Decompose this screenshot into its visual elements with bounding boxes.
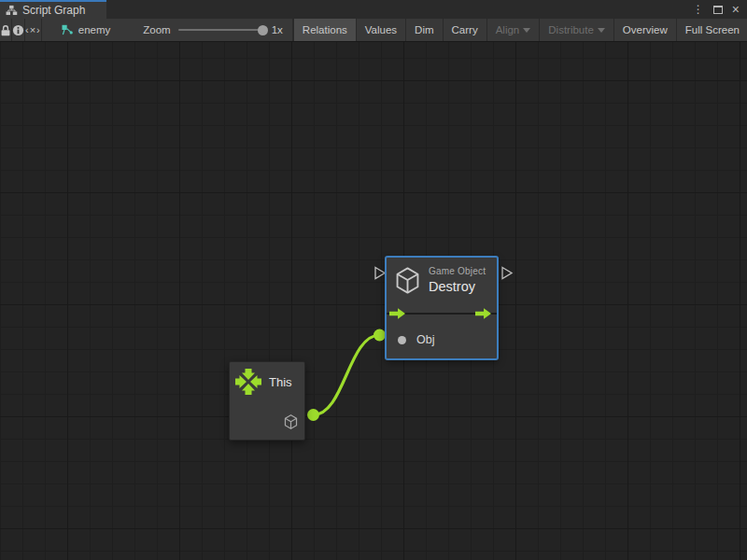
connection-end-port[interactable] <box>374 329 386 342</box>
this-output-port[interactable] <box>307 409 319 421</box>
toolbar-buttons: Relations Values Dim Carry Align Distrib… <box>293 19 747 41</box>
zoom-slider-handle[interactable] <box>258 25 268 35</box>
info-button[interactable] <box>12 19 25 41</box>
distribute-dropdown-button[interactable]: Distribute <box>539 19 613 41</box>
zoom-label: Zoom <box>143 24 170 35</box>
graph-canvas[interactable]: Game Object Destroy Obj <box>0 42 747 560</box>
full-screen-button[interactable]: Full Screen <box>676 19 747 41</box>
relations-button[interactable]: Relations <box>293 19 356 41</box>
node-title: Destroy <box>429 279 486 294</box>
flow-input-triangle-icon[interactable] <box>375 268 385 279</box>
obj-input-row: Obj <box>387 325 497 346</box>
connection-wire[interactable] <box>314 335 380 415</box>
align-dropdown-button[interactable]: Align <box>486 19 540 41</box>
obj-port-label: Obj <box>416 333 434 346</box>
window-controls: ⋮ × <box>693 0 747 19</box>
flow-ports-row <box>387 302 497 325</box>
chevron-down-icon <box>598 28 605 33</box>
tab-title: Script Graph <box>22 4 85 17</box>
script-graph-asset-icon <box>61 24 73 35</box>
info-icon <box>12 24 24 36</box>
node-destroy[interactable]: Game Object Destroy Obj <box>386 257 498 359</box>
destroy-node-header: Game Object Destroy <box>387 258 497 302</box>
game-object-output-cube-icon[interactable] <box>284 414 298 429</box>
values-button[interactable]: Values <box>356 19 405 41</box>
kebab-menu-icon[interactable]: ⋮ <box>693 4 704 15</box>
carry-button[interactable]: Carry <box>443 19 486 41</box>
flow-output-triangle-icon[interactable] <box>502 268 512 279</box>
maximize-icon[interactable] <box>713 6 723 14</box>
lock-icon <box>0 24 11 36</box>
tab-script-graph[interactable]: Script Graph <box>0 0 106 19</box>
lock-button[interactable] <box>0 19 12 41</box>
dim-button[interactable]: Dim <box>405 19 442 41</box>
chevron-down-icon <box>523 28 530 33</box>
this-converge-arrows-icon <box>235 369 261 395</box>
variables-toggle-button[interactable]: ‹×› <box>25 19 42 41</box>
this-node-header: This <box>230 362 304 395</box>
graph-hierarchy-icon <box>6 5 18 16</box>
node-this[interactable]: This <box>229 361 305 441</box>
graph-toolbar: ‹×› enemy Zoom 1x Relations Values Dim C… <box>0 19 747 42</box>
zoom-control: Zoom 1x <box>143 19 293 41</box>
destroy-node-titles: Game Object Destroy <box>429 266 486 294</box>
overview-button[interactable]: Overview <box>613 19 676 41</box>
zoom-value: 1x <box>272 24 283 35</box>
flow-input-arrow-icon[interactable] <box>389 308 405 319</box>
close-icon[interactable]: × <box>732 3 740 16</box>
window-tab-bar: Script Graph ⋮ × <box>0 0 747 19</box>
obj-port-dot[interactable] <box>398 336 406 344</box>
flow-output-arrow-icon[interactable] <box>475 308 491 319</box>
node-category: Game Object <box>429 266 486 276</box>
node-title: This <box>269 375 292 389</box>
graph-breadcrumb[interactable]: enemy <box>42 19 132 41</box>
zoom-slider[interactable] <box>178 29 264 31</box>
breadcrumb-label: enemy <box>78 24 111 35</box>
game-object-cube-icon <box>395 267 420 294</box>
connections-layer <box>0 42 747 560</box>
